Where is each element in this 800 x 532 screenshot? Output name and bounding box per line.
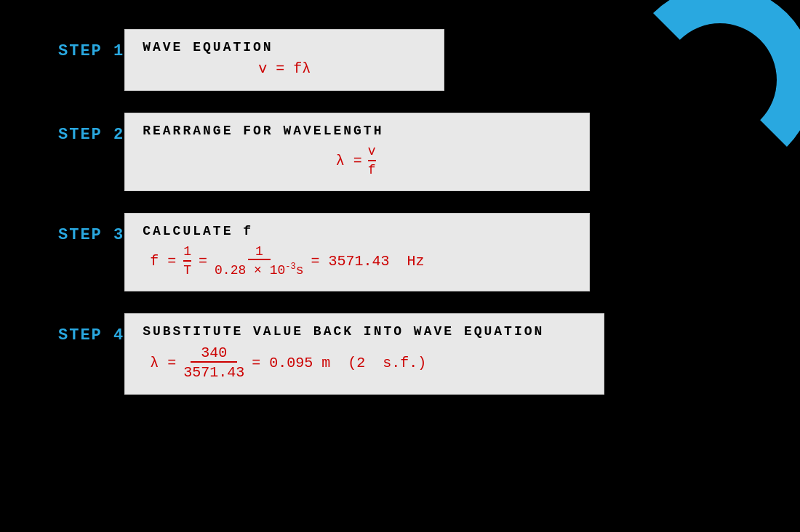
step-2-denominator: f xyxy=(368,161,376,177)
step-4-frac: 340 3571.43 xyxy=(183,344,244,381)
step-4-title: SUBSTITUTE VALUE BACK INTO WAVE EQUATION xyxy=(143,324,586,339)
step-2-box: REARRANGE FOR WAVELENGTH λ = v f xyxy=(124,113,590,191)
step-1-box: WAVE EQUATION v = fλ xyxy=(124,29,444,91)
step-3-den2: 0.28 × 10-3s xyxy=(215,260,303,278)
step-4-label: STEP 4 xyxy=(0,313,124,344)
step-4-box: SUBSTITUTE VALUE BACK INTO WAVE EQUATION… xyxy=(124,313,604,395)
step-2-numerator: v xyxy=(368,144,376,161)
step-3-label: STEP 3 xyxy=(0,213,124,244)
step-2-lambda: λ = xyxy=(336,153,362,169)
step-3-box: CALCULATE f f = 1 T = 1 0.28 × 10-3s = 3… xyxy=(124,213,590,291)
steps-container: STEP 1 WAVE EQUATION v = fλ STEP 2 REARR… xyxy=(0,22,800,395)
step-3-formula: f = 1 T = 1 0.28 × 10-3s = 3571.43 Hz xyxy=(143,244,572,278)
step-1-title: WAVE EQUATION xyxy=(143,40,426,55)
step-2-formula: λ = v f xyxy=(143,144,572,177)
step-4-row: STEP 4 SUBSTITUTE VALUE BACK INTO WAVE E… xyxy=(0,313,800,395)
step-4-lambda-eq: λ = xyxy=(150,355,176,371)
step-2-fraction: v f xyxy=(368,144,376,177)
step-3-num1: 1 xyxy=(183,244,191,262)
step-3-den1: T xyxy=(183,262,191,278)
step-3-result: = 3571.43 Hz xyxy=(311,253,425,270)
step-4-den: 3571.43 xyxy=(183,363,244,381)
step-3-f-equals: f = xyxy=(150,253,176,270)
step-3-frac1: 1 T xyxy=(183,244,191,278)
step-4-num: 340 xyxy=(191,344,237,363)
step-2-title: REARRANGE FOR WAVELENGTH xyxy=(143,124,572,138)
step-1-formula-text: v = fλ xyxy=(258,60,311,77)
step-3-num2: 1 xyxy=(248,244,271,260)
step-1-row: STEP 1 WAVE EQUATION v = fλ xyxy=(0,29,800,91)
step-3-row: STEP 3 CALCULATE f f = 1 T = 1 0.28 × 10… xyxy=(0,213,800,291)
step-2-label: STEP 2 xyxy=(0,113,124,144)
step-1-formula: v = fλ xyxy=(143,60,426,77)
step-4-result: = 0.095 m (2 s.f.) xyxy=(252,355,426,371)
step-1-label: STEP 1 xyxy=(0,29,124,60)
step-4-formula: λ = 340 3571.43 = 0.095 m (2 s.f.) xyxy=(143,344,586,381)
step-3-title: CALCULATE f xyxy=(143,224,572,238)
page: STEP 1 WAVE EQUATION v = fλ STEP 2 REARR… xyxy=(0,0,800,532)
step-3-frac2: 1 0.28 × 10-3s xyxy=(215,244,303,278)
step-2-row: STEP 2 REARRANGE FOR WAVELENGTH λ = v f xyxy=(0,113,800,191)
step-3-eq1: = xyxy=(199,253,207,270)
